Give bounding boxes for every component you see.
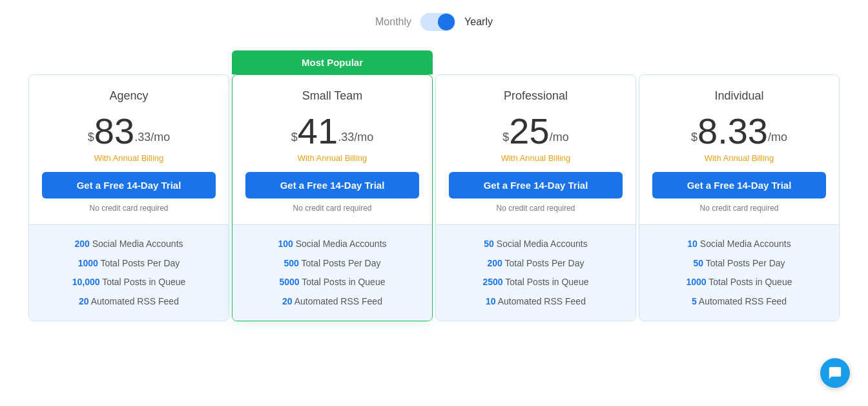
toggle-thumb xyxy=(438,14,455,30)
plan-card-outer-individual: placeholderIndividual$8.33/moWith Annual… xyxy=(637,50,841,321)
trial-btn-agency[interactable]: Get a Free 14-Day Trial xyxy=(42,172,216,198)
feature-line: 5 Automated RSS Feed xyxy=(650,295,829,308)
most-popular-badge: Most Popular xyxy=(232,50,433,74)
feature-line: 10 Social Media Accounts xyxy=(650,238,829,251)
plan-name-individual: Individual xyxy=(652,89,826,103)
chat-bubble-button[interactable] xyxy=(820,358,850,388)
feature-line: 100 Social Media Accounts xyxy=(243,238,422,251)
feature-number: 1000 xyxy=(687,277,707,287)
feature-number: 10 xyxy=(687,239,698,249)
trial-btn-individual[interactable]: Get a Free 14-Day Trial xyxy=(652,172,826,198)
plan-name-agency: Agency xyxy=(42,89,216,103)
feature-line: 10 Automated RSS Feed xyxy=(446,295,625,308)
feature-number: 50 xyxy=(693,258,703,268)
billing-note-individual: With Annual Billing xyxy=(652,153,826,163)
monthly-label: Monthly xyxy=(375,16,411,28)
feature-number: 5 xyxy=(692,296,697,306)
feature-line: 10,000 Total Posts in Queue xyxy=(39,276,218,289)
no-cc-agency: No credit card required xyxy=(42,204,216,213)
feature-number: 10 xyxy=(486,296,496,306)
feature-number: 5000 xyxy=(280,277,300,287)
feature-number: 200 xyxy=(488,258,502,268)
plan-card-individual: Individual$8.33/moWith Annual BillingGet… xyxy=(639,74,840,321)
feature-line: 20 Automated RSS Feed xyxy=(39,295,218,308)
feature-line: 50 Social Media Accounts xyxy=(446,238,625,251)
feature-line: 200 Social Media Accounts xyxy=(39,238,218,251)
feature-line: 20 Automated RSS Feed xyxy=(243,295,422,308)
card-features-small-team: 100 Social Media Accounts500 Total Posts… xyxy=(232,225,432,321)
price-decimal-small-team: .33/mo xyxy=(338,131,373,144)
plan-name-small-team: Small Team xyxy=(245,89,419,103)
plan-card-outer-agency: placeholderAgency$83.33/moWith Annual Bi… xyxy=(27,50,231,321)
price-decimal-professional: /mo xyxy=(550,131,569,144)
yearly-label: Yearly xyxy=(464,16,493,28)
card-top-agency: Agency$83.33/moWith Annual BillingGet a … xyxy=(29,75,229,225)
feature-number: 200 xyxy=(74,239,89,249)
feature-line: 1000 Total Posts Per Day xyxy=(39,257,218,270)
feature-number: 50 xyxy=(484,239,494,249)
price-row-small-team: $41.33/mo xyxy=(245,113,419,149)
card-features-individual: 10 Social Media Accounts50 Total Posts P… xyxy=(639,225,839,321)
price-row-individual: $8.33/mo xyxy=(652,113,826,149)
price-row-agency: $83.33/mo xyxy=(42,113,216,149)
feature-line: 500 Total Posts Per Day xyxy=(243,257,422,270)
no-cc-individual: No credit card required xyxy=(652,204,826,213)
plan-card-outer-small-team: Most PopularSmall Team$41.33/moWith Annu… xyxy=(231,50,434,321)
billing-note-professional: With Annual Billing xyxy=(449,153,623,163)
price-dollar-professional: $ xyxy=(502,131,509,144)
card-top-small-team: Small Team$41.33/moWith Annual BillingGe… xyxy=(232,75,432,225)
billing-note-agency: With Annual Billing xyxy=(42,153,216,163)
billing-toggle[interactable]: Monthly Yearly xyxy=(375,13,493,31)
feature-line: 50 Total Posts Per Day xyxy=(650,257,829,270)
price-main-individual: 8.33 xyxy=(698,113,768,149)
plan-card-agency: Agency$83.33/moWith Annual BillingGet a … xyxy=(28,74,229,321)
feature-number: 20 xyxy=(79,296,89,306)
pricing-cards: placeholderAgency$83.33/moWith Annual Bi… xyxy=(27,50,841,321)
feature-line: 1000 Total Posts in Queue xyxy=(650,276,829,289)
feature-number: 20 xyxy=(282,296,293,306)
card-top-individual: Individual$8.33/moWith Annual BillingGet… xyxy=(639,75,839,225)
price-main-agency: 83 xyxy=(94,113,134,149)
feature-number: 1000 xyxy=(78,258,98,268)
toggle-switch[interactable] xyxy=(420,13,455,31)
plan-card-small-team: Small Team$41.33/moWith Annual BillingGe… xyxy=(232,74,433,321)
chat-icon xyxy=(828,366,842,380)
price-dollar-small-team: $ xyxy=(291,131,298,144)
plan-card-professional: Professional$25/moWith Annual BillingGet… xyxy=(435,74,636,321)
price-row-professional: $25/mo xyxy=(449,113,623,149)
price-main-small-team: 41 xyxy=(298,113,338,149)
card-features-professional: 50 Social Media Accounts200 Total Posts … xyxy=(436,225,636,321)
feature-line: 2500 Total Posts in Queue xyxy=(446,276,625,289)
price-decimal-agency: .33/mo xyxy=(134,131,170,144)
price-dollar-agency: $ xyxy=(88,131,94,144)
card-features-agency: 200 Social Media Accounts1000 Total Post… xyxy=(29,225,229,321)
billing-note-small-team: With Annual Billing xyxy=(245,153,419,163)
feature-number: 10,000 xyxy=(72,277,100,287)
feature-line: 200 Total Posts Per Day xyxy=(446,257,625,270)
feature-line: 5000 Total Posts in Queue xyxy=(243,276,422,289)
price-main-professional: 25 xyxy=(509,113,549,149)
feature-number: 500 xyxy=(284,258,299,268)
plan-card-outer-professional: placeholderProfessional$25/moWith Annual… xyxy=(434,50,637,321)
price-dollar-individual: $ xyxy=(691,131,698,144)
plan-name-professional: Professional xyxy=(449,89,623,103)
trial-btn-professional[interactable]: Get a Free 14-Day Trial xyxy=(449,172,623,198)
card-top-professional: Professional$25/moWith Annual BillingGet… xyxy=(436,75,636,225)
price-decimal-individual: /mo xyxy=(768,131,787,144)
no-cc-small-team: No credit card required xyxy=(245,204,419,213)
feature-number: 2500 xyxy=(483,277,503,287)
no-cc-professional: No credit card required xyxy=(449,204,623,213)
feature-number: 100 xyxy=(278,239,293,249)
trial-btn-small-team[interactable]: Get a Free 14-Day Trial xyxy=(245,172,419,198)
